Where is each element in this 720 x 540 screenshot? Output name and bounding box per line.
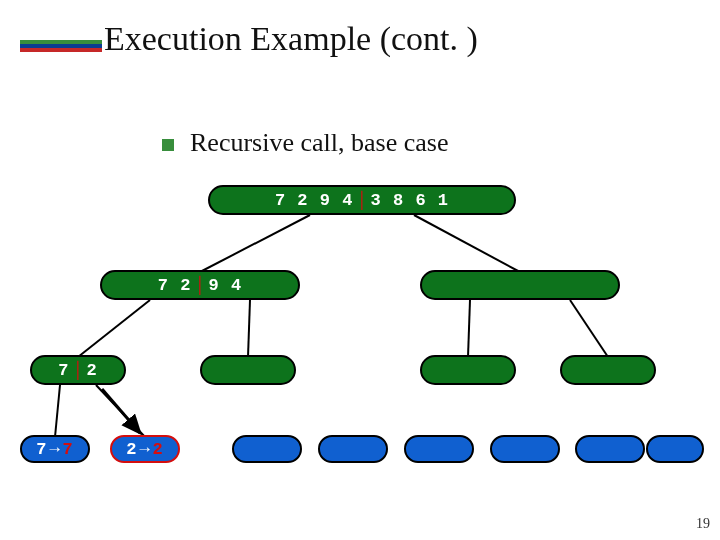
- leaf-out: 7: [63, 440, 74, 459]
- svg-line-6: [55, 385, 60, 437]
- node-right-seq: 3 8 6 1: [371, 191, 449, 210]
- tree-leaf-2: [232, 435, 302, 463]
- tree-leaf-1-active: 2 → 2: [110, 435, 180, 463]
- bullet-icon: [162, 139, 174, 151]
- svg-line-5: [570, 300, 608, 357]
- tree-leaf-7: [646, 435, 704, 463]
- tree-node-L: 7 2 │ 9 4: [100, 270, 300, 300]
- svg-line-0: [200, 215, 310, 272]
- title-accent-red: [20, 48, 102, 52]
- tree-node-root: 7 2 9 4 │ 3 8 6 1: [208, 185, 516, 215]
- merge-sort-tree: 7 2 9 4 │ 3 8 6 1 7 2 │ 9 4 7 │ 2 7 → 7 …: [0, 175, 720, 495]
- svg-line-7: [96, 385, 145, 437]
- node-left-seq: 7 2 9 4: [275, 191, 353, 210]
- svg-line-3: [248, 300, 250, 357]
- tree-leaf-4: [404, 435, 474, 463]
- tree-leaf-0: 7 → 7: [20, 435, 90, 463]
- split-marker: │: [353, 191, 370, 210]
- svg-line-2: [78, 300, 150, 357]
- node-left-seq: 7 2: [158, 276, 192, 295]
- leaf-in: 2: [126, 440, 137, 459]
- svg-line-4: [468, 300, 470, 357]
- node-right-seq: 9 4: [209, 276, 243, 295]
- node-right-seq: 2: [87, 361, 98, 380]
- tree-node-LL: 7 │ 2: [30, 355, 126, 385]
- tree-node-RR: [560, 355, 656, 385]
- tree-leaf-6: [575, 435, 645, 463]
- tree-node-R: [420, 270, 620, 300]
- leaf-in: 7: [36, 440, 47, 459]
- svg-line-1: [414, 215, 520, 272]
- subtitle: Recursive call, base case: [190, 128, 448, 158]
- arrow-icon: →: [47, 440, 62, 459]
- svg-line-8: [102, 389, 140, 433]
- leaf-out: 2: [153, 440, 164, 459]
- slide-number: 19: [696, 516, 710, 532]
- tree-leaf-3: [318, 435, 388, 463]
- tree-leaf-5: [490, 435, 560, 463]
- node-left-seq: 7: [58, 361, 69, 380]
- tree-node-RL: [420, 355, 516, 385]
- split-marker: │: [69, 361, 86, 380]
- split-marker: │: [191, 276, 208, 295]
- tree-node-LR: [200, 355, 296, 385]
- arrow-icon: →: [137, 440, 152, 459]
- page-title: Execution Example (cont. ): [104, 20, 478, 58]
